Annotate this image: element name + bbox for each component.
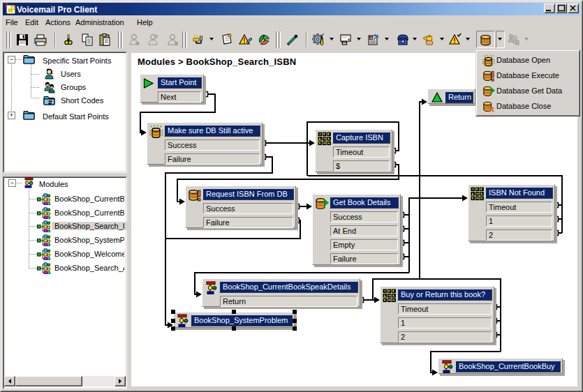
svg-text:#: # [48, 99, 52, 106]
